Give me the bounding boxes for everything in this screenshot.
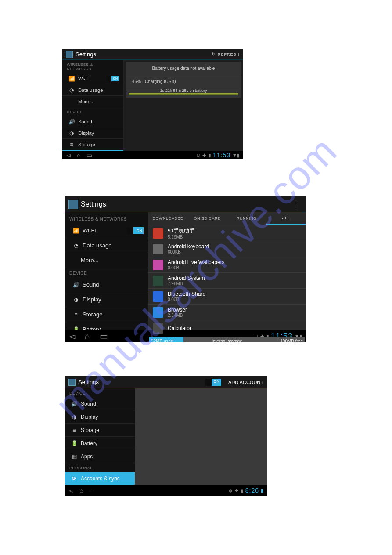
app-row[interactable]: 91手机助手5.19MB	[148, 225, 306, 241]
sidebar-item-display[interactable]: ◑ Display	[62, 127, 123, 139]
settings-icon	[66, 51, 73, 58]
sync-icon: ⟳	[71, 475, 77, 482]
sidebar-item-label: Sound	[78, 119, 119, 124]
usb-icon: ψ	[197, 153, 200, 158]
recent-button[interactable]: ▭	[86, 152, 92, 159]
home-button[interactable]: ⌂	[85, 331, 90, 341]
app-row[interactable]: Android keyboard600KB	[148, 241, 306, 257]
app-size: 0.00B	[168, 265, 225, 270]
sidebar-item-label: Data usage	[78, 87, 119, 93]
sidebar-item-storage[interactable]: ≡ Storage	[65, 307, 148, 322]
sidebar-item-sound[interactable]: 🔊 Sound	[65, 397, 135, 410]
settings-icon	[68, 200, 78, 209]
refresh-button[interactable]: REFRESH	[212, 51, 240, 57]
app-size: 0.00B	[168, 297, 205, 302]
wifi-toggle[interactable]: ON	[127, 227, 144, 234]
settings-icon	[68, 379, 76, 386]
apps-content: DOWNLOADED ON SD CARD RUNNING ALL 91手机助手…	[148, 212, 306, 330]
tab-sdcard[interactable]: ON SD CARD	[188, 212, 227, 225]
sidebar-item-label: Battery	[83, 326, 144, 330]
app-name: Bluetooth Share	[168, 291, 205, 297]
back-button[interactable]: ◅	[68, 487, 73, 494]
header-title: Settings	[81, 200, 294, 208]
accounts-content	[135, 388, 267, 485]
sidebar-item-label: Display	[81, 414, 130, 420]
app-row[interactable]: Android Live Wallpapers0.00B	[148, 257, 306, 273]
sidebar-item-display[interactable]: ◑ Display	[65, 292, 148, 307]
sound-icon: 🔊	[71, 401, 77, 407]
sidebar-item-wifi[interactable]: 📶 Wi-Fi ON	[65, 223, 148, 238]
app-icon	[153, 307, 163, 318]
header-title: Settings	[78, 379, 205, 385]
section-wireless: WIRELESS & NETWORKS	[65, 212, 148, 223]
sidebar-item-wifi[interactable]: 📶 Wi-Fi ON	[62, 73, 123, 84]
sidebar-item-battery[interactable]: 🔋 Battery	[62, 150, 123, 151]
sidebar-item-label: Storage	[78, 142, 119, 147]
tab-running[interactable]: RUNNING	[227, 212, 266, 225]
sidebar-item-label: Battery	[81, 440, 130, 446]
clock: 11:53	[213, 152, 230, 159]
debug-icon: ✚	[235, 488, 238, 493]
app-row[interactable]: Android System7.98MB	[148, 273, 306, 289]
sidebar-item-label: Display	[83, 296, 144, 303]
back-button[interactable]: ◅	[66, 152, 71, 159]
sidebar-item-sound[interactable]: 🔊 Sound	[62, 116, 123, 127]
settings-sidebar: WIRELESS & NETWORKS 📶 Wi-Fi ON ◔ Data us…	[62, 60, 124, 151]
back-button[interactable]: ◅	[68, 331, 75, 341]
overflow-menu-icon[interactable]: ⋮	[294, 202, 302, 207]
section-wireless: WIRELESS & NETWORKS	[62, 60, 123, 73]
section-device: DEVICE	[62, 107, 123, 116]
sidebar-item-label: More...	[78, 99, 119, 104]
sidebar-item-storage[interactable]: ≡ Storage	[62, 139, 123, 150]
app-name: Calculator	[168, 325, 191, 331]
usb-icon: ψ	[229, 488, 232, 493]
sidebar-item-sound[interactable]: 🔊 Sound	[65, 277, 148, 292]
system-navbar: ◅ ⌂ ▭ ψ ✚ ▮ 11:53 ▼ ▮	[62, 151, 243, 159]
battery-status-icon: ▮	[261, 488, 263, 493]
sidebar-item-data-usage[interactable]: ◔ Data usage	[62, 84, 123, 96]
display-icon: ◑	[68, 130, 75, 136]
sidebar-item-more[interactable]: More...	[65, 253, 148, 268]
sidebar-item-more[interactable]: More...	[62, 96, 123, 107]
sidebar-item-accounts-sync[interactable]: ⟳ Accounts & sync	[65, 472, 135, 485]
sidebar-item-label: Sound	[81, 401, 130, 407]
add-account-button[interactable]: ADD ACCOUNT	[228, 380, 263, 385]
tab-downloaded[interactable]: DOWNLOADED	[148, 212, 188, 225]
clock: 8:26	[245, 487, 259, 494]
apps-tabs: DOWNLOADED ON SD CARD RUNNING ALL	[148, 212, 306, 225]
header-bar: Settings ADD ACCOUNT	[65, 376, 267, 388]
sidebar-item-display[interactable]: ◑ Display	[65, 410, 135, 424]
wifi-toggle[interactable]: ON	[107, 76, 119, 81]
battery-status-icon: ▮	[237, 152, 240, 158]
sidebar-item-apps[interactable]: ▦ Apps	[65, 450, 135, 463]
app-row[interactable]: Calculator	[148, 320, 306, 336]
sidebar-item-label: More...	[81, 257, 144, 264]
recent-button[interactable]: ▭	[100, 331, 108, 341]
battery-row-charging[interactable]: 45% - Charging (USB)	[126, 75, 241, 88]
section-personal: PERSONAL	[65, 463, 135, 472]
sidebar-item-label: Wi-Fi	[83, 227, 127, 234]
sidebar-item-battery[interactable]: 🔋 Battery	[65, 437, 135, 450]
app-size: 600KB	[168, 250, 209, 254]
sync-toggle[interactable]	[205, 379, 221, 386]
app-row[interactable]: Browser2.34MB	[148, 305, 306, 320]
home-button[interactable]: ⌂	[77, 152, 80, 159]
sidebar-item-storage[interactable]: ≡ Storage	[65, 424, 135, 437]
app-name: Android keyboard	[168, 243, 209, 250]
battery-row-unavailable: Battery usage data not available	[126, 62, 241, 75]
battery-graph[interactable]: 1d 21h 55m 25s on battery	[129, 89, 238, 95]
sidebar-item-data-usage[interactable]: ◔ Data usage	[65, 238, 148, 253]
storage-icon: ≡	[73, 312, 79, 318]
app-list[interactable]: 91手机助手5.19MBAndroid keyboard600KBAndroid…	[148, 225, 306, 336]
sidebar-item-battery[interactable]: 🔋 Battery	[65, 322, 148, 330]
app-row[interactable]: Bluetooth Share0.00B	[148, 289, 306, 305]
settings-sidebar: WIRELESS & NETWORKS 📶 Wi-Fi ON ◔ Data us…	[65, 212, 148, 330]
apps-icon: ▦	[71, 453, 77, 460]
section-device: DEVICE	[65, 268, 148, 277]
tab-all[interactable]: ALL	[266, 212, 306, 225]
recent-button[interactable]: ▭	[89, 487, 95, 494]
home-button[interactable]: ⌂	[79, 487, 83, 494]
sidebar-item-label: Data usage	[83, 242, 144, 249]
display-icon: ◑	[73, 297, 79, 303]
data-usage-icon: ◔	[73, 243, 79, 249]
